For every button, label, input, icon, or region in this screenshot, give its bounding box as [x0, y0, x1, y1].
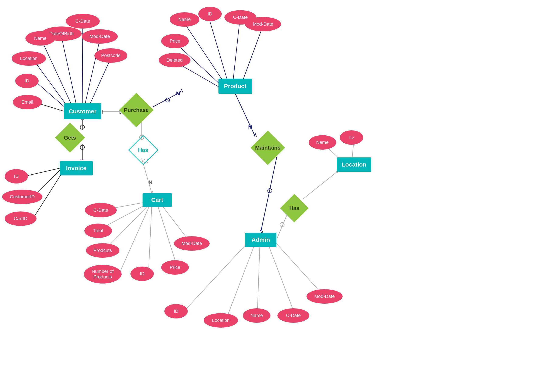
svg-line-62	[261, 157, 277, 231]
rel-purchase-label: Purchase	[124, 107, 149, 113]
svg-line-2	[85, 40, 100, 105]
entity-product-label: Product	[224, 83, 246, 90]
svg-line-46	[181, 89, 183, 92]
entity-customer-label: Customer	[69, 108, 96, 115]
attr-product-id: ID	[198, 7, 222, 21]
entity-invoice: Invoice	[60, 161, 93, 176]
attr-admin-id: ID	[164, 304, 188, 319]
svg-line-70	[303, 172, 337, 199]
attr-cart-price: Price	[161, 260, 189, 275]
attr-cart-id: ID	[130, 267, 154, 281]
attr-customer-location: Location	[12, 51, 46, 66]
svg-line-4	[42, 42, 72, 106]
svg-line-13	[177, 63, 221, 88]
svg-line-26	[257, 245, 260, 315]
attr-customer-moddate: Mod-Date	[82, 29, 118, 44]
attr-cart-products: Prodcuts	[86, 243, 119, 258]
rel-has-loc-label: Has	[289, 205, 300, 211]
attr-customer-email: Email	[13, 95, 42, 109]
svg-line-20	[120, 207, 149, 271]
attr-admin-location: Location	[204, 313, 238, 328]
svg-line-11	[242, 29, 262, 83]
entity-cart-label: Cart	[151, 197, 163, 204]
svg-line-21	[148, 207, 152, 273]
svg-line-8	[185, 23, 225, 84]
attr-invoice-customerid: CustomerID	[2, 190, 42, 204]
svg-text:N: N	[148, 179, 153, 186]
attr-product-name: Name	[170, 12, 199, 27]
rel-maintains-label: Maintains	[255, 144, 281, 151]
attr-customer-postcode: Postcode	[94, 48, 127, 63]
attr-admin-moddate: Mod-Date	[306, 289, 343, 304]
svg-line-28	[275, 242, 324, 297]
attr-cart-total: Total	[85, 224, 112, 238]
attr-customer-id: ID	[15, 74, 39, 88]
svg-line-24	[185, 243, 247, 311]
svg-line-9	[209, 18, 228, 83]
attr-invoice-id: ID	[5, 169, 28, 183]
svg-line-65	[261, 229, 263, 233]
attr-cart-moddate: Mod-Date	[174, 236, 209, 251]
svg-line-25	[226, 245, 255, 320]
attr-customer-cdate: C-Date	[66, 14, 100, 29]
entity-location-label: Location	[342, 161, 367, 168]
attr-invoice-cartid: CartID	[5, 211, 36, 226]
rel-gets-label: Gets	[64, 135, 76, 141]
attr-customer-name: Name	[25, 31, 55, 45]
rel-has-cart-label: Has	[138, 147, 148, 153]
svg-line-61	[255, 133, 256, 137]
attr-admin-cdate: C-Date	[277, 308, 309, 323]
svg-line-3	[89, 59, 110, 106]
attr-cart-numproducts: Number of Products	[84, 265, 122, 283]
attr-product-moddate: Mod-Date	[245, 17, 281, 31]
svg-line-10	[233, 21, 240, 82]
svg-line-27	[268, 245, 295, 314]
entity-admin: Admin	[245, 233, 276, 247]
entity-admin-label: Admin	[251, 237, 270, 243]
svg-text:N: N	[248, 124, 252, 131]
svg-line-1	[62, 37, 76, 105]
entity-cart: Cart	[142, 193, 172, 207]
attr-product-deleted: Deleted	[159, 53, 191, 67]
entity-customer: Customer	[64, 103, 101, 119]
entity-product: Product	[219, 79, 252, 94]
svg-line-22	[158, 207, 177, 267]
attr-cart-cdate: C-Date	[85, 203, 117, 217]
entity-invoice-label: Invoice	[66, 165, 86, 172]
attr-location-name: Name	[309, 135, 336, 149]
attr-product-price: Price	[161, 34, 189, 48]
attr-location-id: ID	[340, 130, 363, 145]
attr-admin-name: Name	[243, 308, 271, 323]
svg-text:N: N	[176, 90, 180, 97]
entity-location: Location	[337, 157, 371, 172]
